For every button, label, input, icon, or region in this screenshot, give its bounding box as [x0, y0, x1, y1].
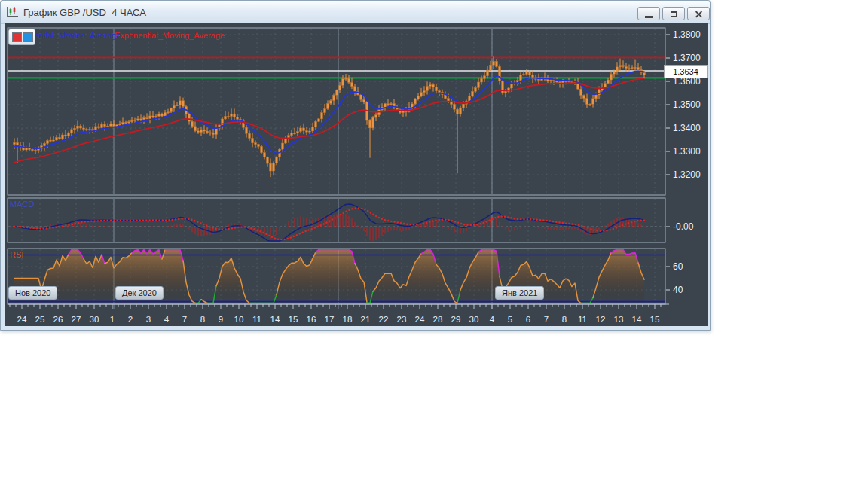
macd-tick-label: -0.00	[673, 221, 694, 232]
day-label: 4	[490, 315, 495, 324]
blue-indicator-chip[interactable]	[23, 32, 33, 42]
day-label: 8	[562, 315, 567, 324]
current-price-tag: 1.3634	[664, 65, 708, 78]
price-tick-label: 1.3800	[673, 29, 701, 40]
ema-lines	[14, 71, 644, 163]
day-label: 6	[526, 315, 530, 324]
day-label: 14	[632, 315, 642, 324]
price-tick-label: 1.3700	[673, 53, 701, 63]
day-label: 24	[415, 315, 425, 324]
restore-icon	[671, 11, 677, 17]
day-label: 28	[433, 315, 443, 324]
desktop: График GBP /USD 4 ЧАСА 1.38001.37001.360…	[0, 0, 868, 488]
minimize-button[interactable]	[637, 7, 660, 20]
day-label: 29	[451, 315, 461, 324]
day-label: 12	[596, 315, 606, 324]
day-label: 30	[90, 315, 99, 324]
day-label: 18	[343, 315, 353, 324]
rsi-panel-label: RSI	[10, 250, 23, 259]
legend-label-ema-blue: ential_Moving_Average	[34, 31, 121, 40]
title-bar: График GBP /USD 4 ЧАСА	[1, 1, 710, 24]
day-label: 30	[469, 315, 479, 324]
window-title: График GBP /USD 4 ЧАСА	[23, 7, 146, 18]
day-label: 3	[146, 315, 151, 324]
day-label: 21	[361, 315, 371, 324]
day-label: 2	[128, 315, 133, 324]
day-label: 26	[53, 315, 63, 324]
day-label: 1	[110, 315, 115, 324]
chart-window: График GBP /USD 4 ЧАСА 1.38001.37001.360…	[0, 0, 711, 331]
rsi-tick-label: 60	[673, 261, 683, 272]
rsi-tick-label: 40	[673, 285, 683, 295]
day-label: 7	[544, 315, 549, 324]
day-label: 22	[379, 315, 389, 324]
price-tick-label: 1.3400	[673, 123, 701, 133]
price-tick-label: 1.3200	[673, 169, 701, 180]
month-badge-dec-2020: Дек 2020	[115, 286, 164, 300]
day-label: 11	[252, 315, 261, 324]
day-label: 16	[307, 315, 316, 324]
day-label: 9	[219, 315, 223, 324]
month-badge-jan-2021: Янв 2021	[495, 286, 544, 300]
price-tick-label: 1.3500	[673, 99, 701, 110]
day-label: 13	[614, 315, 624, 324]
price-tick-label: 1.3300	[673, 146, 701, 157]
day-label: 15	[650, 315, 660, 324]
indicator-buttons-box	[8, 29, 35, 45]
candlestick-chart-icon	[6, 6, 20, 18]
restore-button[interactable]	[662, 7, 685, 20]
day-label: 25	[35, 315, 45, 324]
day-label: 17	[325, 315, 335, 324]
day-label: 8	[200, 315, 205, 324]
legend-label-ema-red: Exponential_Moving_Average	[115, 31, 225, 40]
day-label: 10	[234, 315, 244, 324]
day-label: 4	[164, 315, 170, 324]
month-badge-nov-2020: Нов 2020	[8, 286, 57, 300]
day-label: 15	[289, 315, 298, 324]
day-label: 5	[508, 315, 512, 324]
day-label: 23	[397, 315, 407, 324]
day-label: 11	[578, 315, 587, 324]
day-label: 14	[270, 315, 280, 324]
red-indicator-chip[interactable]	[12, 32, 22, 42]
chart-canvas[interactable]: 1.38001.37001.36001.35001.34001.33001.32…	[5, 23, 708, 326]
day-label: 24	[17, 315, 27, 324]
chart-client-area: 1.38001.37001.36001.35001.34001.33001.32…	[5, 23, 708, 326]
minimize-icon	[645, 16, 653, 18]
day-label: 27	[72, 315, 81, 324]
day-label: 7	[182, 315, 187, 324]
close-button[interactable]	[687, 7, 710, 20]
macd-panel-label: MACD	[10, 200, 34, 209]
price-level-lines	[8, 57, 665, 78]
rsi-layer	[8, 250, 665, 304]
